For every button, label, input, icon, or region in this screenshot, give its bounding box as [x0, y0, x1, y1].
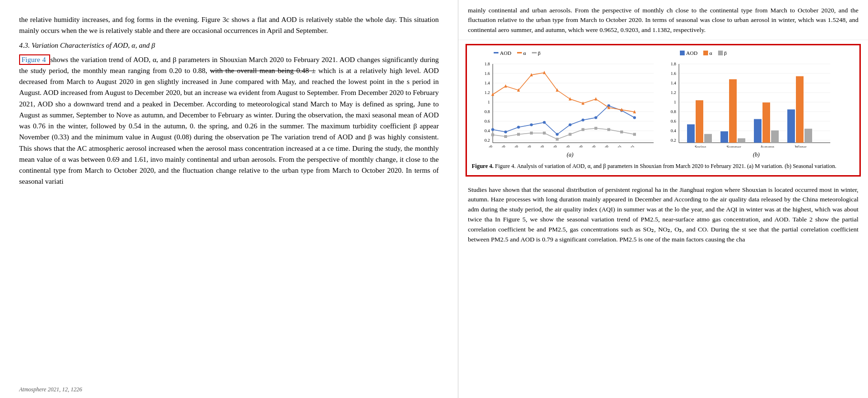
- svg-text:Autumn: Autumn: [760, 145, 774, 147]
- chart-a-label: (a): [479, 151, 661, 158]
- svg-point-32: [491, 128, 494, 131]
- svg-text:Feb-21: Feb-21: [625, 144, 635, 147]
- svg-point-33: [504, 130, 507, 133]
- svg-rect-64: [594, 127, 597, 130]
- svg-text:Aug-20: Aug-20: [547, 144, 558, 147]
- figure4-caption: Figure 4. Figure 4. Analysis of variatio…: [472, 162, 855, 170]
- svg-text:Mar-20: Mar-20: [483, 144, 493, 147]
- svg-text:1.4: 1.4: [671, 81, 677, 85]
- svg-rect-97: [787, 109, 795, 143]
- chart-b-wrapper: AOD α β 1.8 1.6 1.4 1.2: [666, 50, 847, 158]
- legend-b-alpha-label: α: [709, 50, 712, 56]
- svg-rect-62: [569, 133, 572, 136]
- svg-rect-89: [696, 100, 703, 143]
- svg-rect-67: [633, 133, 636, 136]
- legend-b-aod: AOD: [680, 50, 698, 56]
- svg-text:1: 1: [488, 100, 490, 105]
- svg-text:1: 1: [674, 100, 677, 105]
- svg-text:1.8: 1.8: [485, 62, 490, 66]
- svg-text:1.6: 1.6: [485, 71, 490, 76]
- svg-text:0.2: 0.2: [671, 138, 676, 143]
- svg-text:0.4: 0.4: [485, 128, 490, 133]
- footer: Atmosphere 2021, 12, 1226: [19, 386, 82, 393]
- legend-alpha-label: α: [523, 50, 526, 56]
- legend-aod: AOD: [494, 50, 511, 56]
- legend-b-alpha-bar: [703, 51, 708, 55]
- svg-text:Dec-20: Dec-20: [599, 144, 609, 147]
- chart-a-legend: AOD α β: [479, 50, 661, 56]
- svg-text:0.2: 0.2: [485, 138, 490, 143]
- chart-b-legend: AOD α β: [666, 50, 847, 56]
- svg-rect-65: [607, 128, 610, 131]
- svg-marker-50: [569, 97, 572, 100]
- svg-text:0.8: 0.8: [671, 109, 677, 114]
- svg-point-43: [633, 116, 636, 119]
- figure4-caption-bold: Figure 4.: [472, 163, 494, 169]
- legend-beta: β: [532, 50, 541, 56]
- svg-text:May-20: May-20: [508, 144, 519, 147]
- legend-beta-label: β: [538, 50, 541, 56]
- svg-rect-66: [620, 130, 623, 133]
- bar-chart-b: 1.8 1.6 1.4 1.2 1 0.8 0.6 0.4 0.2: [666, 57, 833, 147]
- figure4-link[interactable]: Figure 4: [21, 56, 46, 63]
- svg-text:Sep-20: Sep-20: [561, 144, 571, 147]
- svg-point-39: [582, 118, 584, 121]
- svg-text:1.4: 1.4: [485, 81, 490, 85]
- svg-rect-57: [504, 135, 507, 138]
- svg-text:Spring: Spring: [695, 145, 707, 147]
- svg-text:Jan-21: Jan-21: [613, 144, 623, 147]
- right-bottom-text: Studies have shown that the seasonal dis…: [458, 180, 868, 398]
- legend-b-alpha: α: [703, 50, 712, 56]
- line-chart-a: 1.8 1.6 1.4 1.2 1 0.8 0.6 0.4 0.2: [479, 57, 656, 147]
- svg-point-35: [530, 123, 533, 126]
- svg-text:1.2: 1.2: [485, 90, 490, 95]
- svg-text:0.6: 0.6: [671, 119, 677, 124]
- legend-alpha: α: [517, 50, 526, 56]
- svg-point-37: [556, 133, 559, 136]
- left-para2: Figure 4 shows the variation trend of AO…: [19, 54, 439, 188]
- svg-marker-45: [504, 84, 507, 87]
- svg-rect-91: [720, 131, 728, 143]
- legend-alpha-dot: [517, 52, 522, 53]
- svg-rect-59: [530, 132, 533, 135]
- svg-text:1.8: 1.8: [671, 62, 677, 66]
- chart-a-wrapper: AOD α β 1.8 1.6 1.4 1.2: [479, 50, 661, 158]
- svg-text:Nov-20: Nov-20: [586, 144, 597, 147]
- section-heading: 4.3. Variation Characteristics of AOD, α…: [19, 42, 439, 50]
- svg-rect-92: [729, 79, 737, 143]
- svg-point-38: [569, 123, 572, 126]
- svg-rect-99: [804, 128, 812, 142]
- svg-text:Oct-20: Oct-20: [573, 144, 583, 147]
- figure4-charts: AOD α β 1.8 1.6 1.4 1.2: [472, 50, 855, 158]
- svg-text:Jul-20: Jul-20: [536, 144, 545, 147]
- svg-text:0.6: 0.6: [485, 119, 490, 124]
- legend-aod-label: AOD: [500, 50, 511, 56]
- svg-rect-96: [771, 130, 779, 143]
- svg-text:1.2: 1.2: [671, 90, 676, 95]
- svg-text:0.4: 0.4: [671, 128, 677, 133]
- svg-rect-88: [687, 124, 695, 143]
- svg-rect-94: [754, 119, 762, 143]
- svg-rect-56: [491, 133, 494, 136]
- svg-point-36: [543, 121, 546, 124]
- left-para2-text: shows the variation trend of AOD, α, and…: [19, 56, 439, 186]
- svg-text:0.8: 0.8: [485, 109, 490, 114]
- chart-b-label: (b): [666, 151, 847, 158]
- svg-marker-52: [594, 97, 597, 100]
- svg-marker-48: [543, 71, 546, 74]
- svg-point-34: [517, 126, 520, 128]
- svg-rect-95: [762, 102, 770, 142]
- svg-text:Jun-20: Jun-20: [522, 144, 532, 147]
- legend-b-beta-label: β: [724, 50, 727, 56]
- left-panel: the relative humidity increases, and fog…: [0, 0, 458, 398]
- legend-aod-dot: [494, 52, 498, 53]
- legend-b-beta: β: [718, 50, 727, 56]
- legend-b-aod-label: AOD: [686, 50, 698, 56]
- svg-rect-98: [796, 76, 804, 142]
- svg-rect-90: [704, 134, 712, 142]
- figure4-ref-box[interactable]: Figure 4: [19, 54, 50, 65]
- legend-b-aod-bar: [680, 51, 685, 55]
- svg-text:Winter: Winter: [795, 145, 807, 147]
- svg-text:Apr-20: Apr-20: [496, 144, 507, 147]
- svg-point-40: [594, 116, 597, 119]
